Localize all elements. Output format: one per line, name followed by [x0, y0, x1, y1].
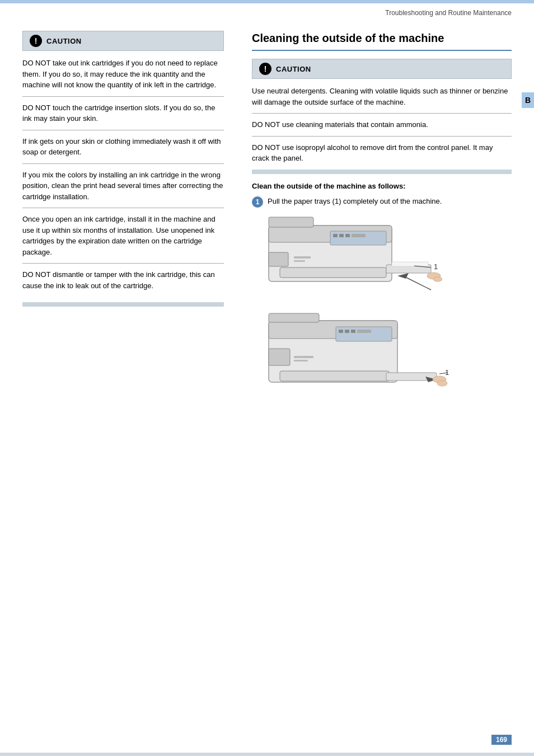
right-note-1: DO NOT use cleaning materials that conta… — [252, 119, 512, 130]
svg-rect-23 — [336, 327, 392, 341]
divider-1 — [22, 96, 224, 97]
divider-3 — [22, 163, 224, 164]
svg-rect-7 — [352, 234, 366, 237]
divider-4 — [22, 208, 224, 208]
svg-rect-26 — [351, 330, 355, 333]
left-column: ! CAUTION DO NOT take out ink cartridges… — [0, 25, 241, 410]
right-note-2: DO NOT use isopropyl alcohol to remove d… — [252, 142, 512, 164]
section-underline — [252, 50, 512, 51]
svg-rect-2 — [269, 217, 313, 227]
side-tab-b: B — [522, 92, 534, 108]
right-caution-bar — [252, 170, 512, 174]
caution-box-left: ! CAUTION — [22, 31, 224, 51]
svg-rect-10 — [392, 262, 428, 266]
svg-rect-22 — [269, 313, 319, 322]
divider-2 — [22, 130, 224, 130]
svg-rect-27 — [357, 330, 371, 333]
svg-rect-12 — [294, 256, 311, 259]
divider-5 — [22, 263, 224, 264]
caution-box-right: ! CAUTION — [252, 59, 512, 79]
machine-illustration-2: 1 — [263, 312, 453, 405]
sub-heading: Clean the outside of the machine as foll… — [252, 182, 512, 190]
page-footer: 169 — [491, 735, 512, 745]
left-para-4: If you mix the colors by installing an i… — [22, 170, 224, 203]
right-divider-2 — [252, 136, 512, 137]
left-para-6: DO NOT dismantle or tamper with the ink … — [22, 269, 224, 291]
step-1: 1 Pull the paper trays (1) completely ou… — [252, 196, 512, 208]
svg-rect-13 — [294, 260, 305, 262]
step-1-number: 1 — [252, 196, 263, 208]
svg-point-19 — [433, 277, 442, 281]
right-divider-1 — [252, 113, 512, 114]
svg-point-33 — [437, 381, 447, 386]
svg-rect-35 — [294, 360, 308, 361]
svg-rect-28 — [269, 349, 290, 365]
breadcrumb: Troubleshooting and Routine Maintenance — [385, 9, 512, 17]
svg-rect-29 — [280, 371, 389, 381]
svg-rect-34 — [294, 356, 313, 358]
left-para-5: Once you open an ink cartridge, install … — [22, 214, 224, 257]
svg-rect-25 — [345, 330, 349, 333]
svg-line-17 — [403, 276, 431, 290]
caution-icon-right: ! — [259, 63, 271, 75]
step-1-text: Pull the paper trays (1) completely out … — [268, 196, 442, 207]
machine-svg-2: 1 — [263, 312, 453, 405]
svg-rect-8 — [280, 267, 386, 278]
svg-rect-3 — [330, 231, 386, 245]
svg-text:1: 1 — [434, 262, 438, 271]
machine-illustration-1: 1 — [263, 214, 442, 301]
left-para-2: DO NOT touch the cartridge insertion slo… — [22, 102, 224, 124]
bottom-bar — [0, 753, 534, 756]
svg-rect-4 — [333, 234, 338, 237]
content-wrapper: ! CAUTION DO NOT take out ink cartridges… — [0, 20, 534, 416]
left-para-1: DO NOT take out ink cartridges if you do… — [22, 58, 224, 91]
svg-rect-5 — [339, 234, 344, 237]
section-title: Cleaning the outside of the machine — [252, 31, 512, 45]
illustrations: 1 — [252, 214, 512, 405]
machine-svg-1: 1 — [263, 214, 442, 301]
caution-icon-left: ! — [30, 35, 42, 47]
right-caution-text: Use neutral detergents. Cleaning with vo… — [252, 86, 512, 107]
page-number: 169 — [491, 735, 512, 745]
svg-text:1: 1 — [445, 368, 449, 377]
caution-label-right: CAUTION — [276, 65, 311, 73]
left-para-3: If ink gets on your skin or clothing imm… — [22, 136, 224, 158]
left-bottom-bar — [22, 302, 224, 307]
svg-rect-11 — [269, 252, 288, 266]
caution-label-left: CAUTION — [46, 37, 82, 45]
page-header: Troubleshooting and Routine Maintenance — [0, 3, 534, 20]
side-tab-label: B — [525, 96, 531, 105]
svg-rect-6 — [345, 234, 350, 237]
svg-rect-24 — [339, 330, 343, 333]
right-column: B Cleaning the outside of the machine ! … — [241, 25, 534, 410]
